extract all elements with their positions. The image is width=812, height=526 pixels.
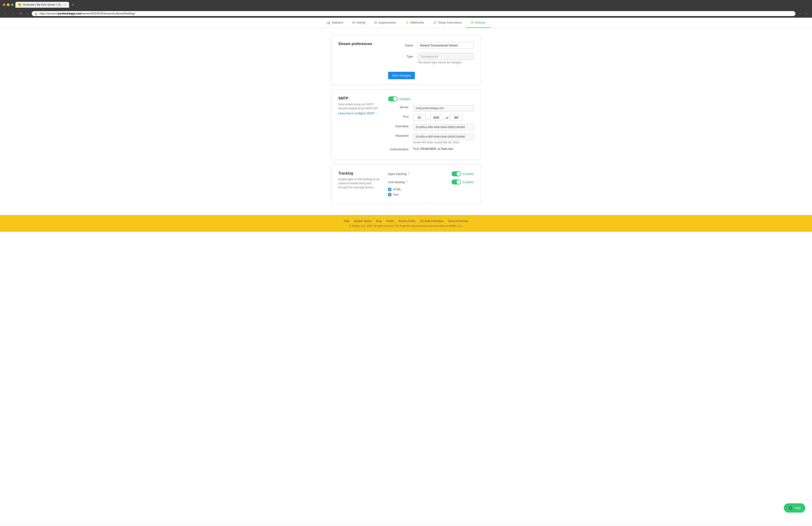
- link-tracking-label: Link tracking ?: [388, 180, 451, 184]
- link-tracking-toggle-wrapper: Enabled: [451, 180, 474, 184]
- tracking-desc: Enable open or link tracking on all outb…: [338, 177, 381, 190]
- server-label: Server: [388, 105, 413, 109]
- smtp-toggle-wrapper: Enabled: [388, 96, 474, 101]
- name-field: [418, 42, 474, 49]
- new-tab-button[interactable]: +: [71, 2, 75, 8]
- close-traffic-light[interactable]: [3, 3, 5, 6]
- tracking-card: Tracking Enable open or link tracking on…: [331, 164, 481, 204]
- stream-preferences-card: Stream preferences Name Type The stream …: [331, 35, 481, 85]
- smtp-left: SMTP Send emails using our SMTP Servers …: [338, 96, 388, 154]
- smtp-desc: Send emails using our SMTP Servers inste…: [338, 102, 381, 110]
- tab-close-button[interactable]: ✕: [64, 3, 67, 6]
- tab-suppressions[interactable]: ⊖ Suppressions: [370, 18, 401, 28]
- password-input[interactable]: [413, 134, 474, 140]
- browser-tab[interactable]: P Postmark | My First Server > D... ✕: [15, 2, 69, 8]
- address-bar[interactable]: 🔒 https://account.postmarkapp.com/server…: [32, 11, 796, 16]
- forward-button[interactable]: →: [11, 11, 16, 16]
- type-row: Type The stream type cannot be changed.: [388, 53, 474, 64]
- smtp-layout: SMTP Send emails using our SMTP Servers …: [338, 96, 474, 154]
- tab-activity[interactable]: ✉ Activity: [348, 18, 370, 28]
- port-row: Port , , or: [388, 115, 474, 121]
- link-tracking-toggle[interactable]: [451, 180, 461, 184]
- footer-twitter-link[interactable]: Twitter: [386, 220, 394, 223]
- footer-help-link[interactable]: Help: [344, 220, 350, 223]
- learn-smtp-link[interactable]: Learn how to configure SMTP →: [338, 112, 378, 115]
- tab-setup-instructions[interactable]: 📈 Setup Instructions: [429, 18, 466, 28]
- reload-button[interactable]: ↻: [18, 11, 24, 16]
- footer-tos-link[interactable]: Terms of Service: [448, 220, 468, 223]
- username-label: Username: [388, 124, 413, 128]
- main-content: Stream preferences Name Type The stream …: [327, 28, 485, 215]
- browser-toolbar: ← → ↻ ⌂ 🔒 https://account.postmarkapp.co…: [0, 10, 812, 18]
- address-text: https://account.postmarkapp.com/servers/…: [40, 12, 135, 15]
- smtp-toggle[interactable]: [388, 96, 397, 101]
- username-input[interactable]: [413, 124, 474, 130]
- tab-webhooks[interactable]: ⚡ Webhooks: [401, 18, 429, 28]
- setup-icon: 📈: [433, 21, 437, 24]
- link-tracking-help-icon[interactable]: ?: [406, 180, 408, 183]
- open-tracking-toggle-slider: [451, 171, 461, 176]
- bookmark-icon[interactable]: ☆: [804, 11, 809, 16]
- minimize-traffic-light[interactable]: [7, 3, 10, 6]
- html-checkbox-row: HTML: [388, 187, 474, 191]
- smtp-card: SMTP Send emails using our SMTP Servers …: [331, 89, 481, 160]
- settings-icon: ⚙: [471, 21, 474, 24]
- footer-eu-data-link[interactable]: EU Data Protection: [420, 220, 444, 223]
- port-separator-1: ,: [427, 116, 428, 120]
- maximize-traffic-light[interactable]: [11, 3, 14, 6]
- port-input-25[interactable]: [413, 115, 425, 121]
- save-changes-button[interactable]: Save changes: [388, 72, 415, 79]
- footer-blog-link[interactable]: Blog: [376, 220, 381, 223]
- save-button-wrapper: Save changes: [388, 68, 474, 79]
- port-input-587[interactable]: [450, 115, 463, 121]
- port-separator-2: , or: [444, 116, 449, 120]
- smtp-title: SMTP: [338, 96, 381, 101]
- browser-chrome: P Postmark | My First Server > D... ✕ + …: [0, 0, 812, 18]
- stream-preferences-layout: Stream preferences Name Type The stream …: [338, 42, 474, 79]
- name-input[interactable]: [418, 42, 474, 49]
- open-tracking-toggle-wrapper: Enabled: [451, 171, 474, 176]
- text-checkbox[interactable]: [388, 193, 391, 196]
- link-tracking-enabled-label: Enabled: [463, 180, 474, 184]
- footer-copyright: © Wildbit, LLC, 2020. All rights reserve…: [4, 225, 808, 227]
- footer-privacy-policy-link[interactable]: Privacy Policy: [398, 220, 416, 223]
- footer-system-status-link[interactable]: System Status: [354, 220, 372, 223]
- tab-statistics[interactable]: 📊 Statistics: [322, 18, 348, 28]
- port-input-2525[interactable]: [430, 115, 443, 121]
- back-button[interactable]: ←: [3, 11, 9, 16]
- type-label: Type: [388, 53, 418, 58]
- password-row: Password Server API token issued Mar 24,…: [388, 134, 474, 144]
- home-button[interactable]: ⌂: [25, 11, 30, 16]
- auth-label: Authentication: [388, 147, 413, 151]
- statistics-icon: 📊: [327, 21, 330, 24]
- link-tracking-toggle-slider: [451, 180, 461, 184]
- stream-preferences-title: Stream preferences: [338, 42, 381, 46]
- server-input[interactable]: [413, 105, 474, 111]
- link-tracking-options: HTML Text: [388, 187, 474, 196]
- html-checkbox[interactable]: [388, 188, 391, 191]
- tracking-right: Open tracking ? Enabled: [388, 171, 474, 198]
- tab-favicon: P: [18, 3, 21, 6]
- password-value: Server API token issued Mar 24, 2020.: [413, 134, 474, 144]
- server-value: [413, 105, 474, 111]
- tab-settings[interactable]: ⚙ Settings: [466, 18, 490, 28]
- help-label: Help: [794, 506, 801, 510]
- smtp-toggle-slider: [388, 96, 397, 101]
- password-hint: Server API token issued Mar 24, 2020.: [413, 141, 474, 144]
- help-button[interactable]: 🎧 Help: [784, 504, 805, 512]
- type-input: [418, 53, 474, 60]
- toolbar-actions: ⋯ ☆: [797, 11, 809, 16]
- open-tracking-help-icon[interactable]: ?: [408, 172, 409, 176]
- text-checkbox-row: Text: [388, 193, 474, 196]
- footer: Help System Status Blog Twitter Privacy …: [0, 215, 812, 232]
- link-tracking-row: Link tracking ? Enabled: [388, 180, 474, 184]
- text-label: Text: [393, 193, 398, 196]
- suppressions-icon: ⊖: [375, 21, 377, 24]
- tab-nav: 📊 Statistics ✉ Activity ⊖ Suppressions ⚡…: [0, 18, 812, 28]
- smtp-right: Enabled Server Port ,: [388, 96, 474, 154]
- extensions-icon[interactable]: ⋯: [797, 11, 803, 16]
- activity-icon: ✉: [352, 21, 355, 24]
- open-tracking-toggle[interactable]: [451, 171, 461, 176]
- footer-links: Help System Status Blog Twitter Privacy …: [4, 220, 808, 223]
- page-wrapper: 📊 Statistics ✉ Activity ⊖ Suppressions ⚡…: [0, 18, 812, 526]
